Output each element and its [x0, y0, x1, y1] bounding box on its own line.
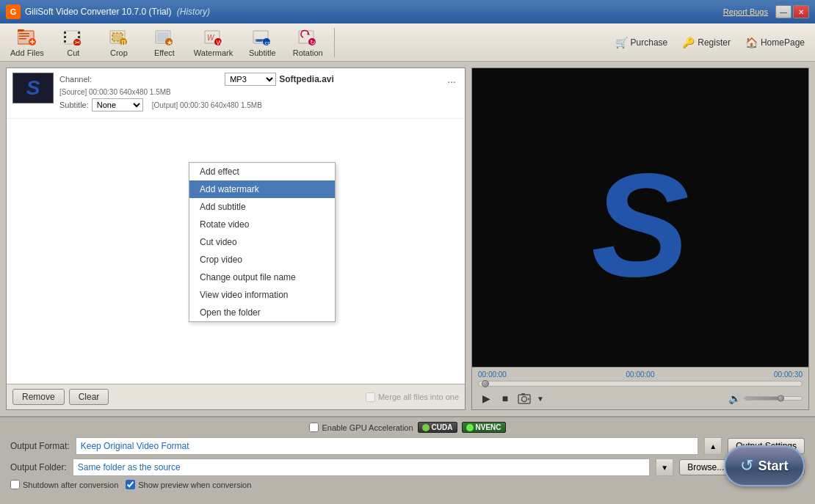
- report-bugs-link[interactable]: Report Bugs: [723, 7, 768, 16]
- app-title-text: GiliSoft Video Converter 10.7.0 (Trial): [25, 7, 171, 17]
- format-dropdown-arrow[interactable]: ▲: [704, 437, 722, 455]
- app-icon: G: [6, 4, 21, 19]
- ctx-add-effect[interactable]: Add effect: [189, 163, 335, 180]
- svg-rect-12: [64, 36, 66, 38]
- gpu-row: Enable GPU Acceleration CUDA NVENC: [10, 422, 805, 433]
- context-menu: Add effect Add watermark Add subtitle Ro…: [189, 162, 336, 322]
- folder-label: Output Folder:: [10, 462, 67, 472]
- ctx-cut-video[interactable]: Cut video: [189, 233, 335, 251]
- snapshot-button[interactable]: [516, 390, 532, 406]
- file-list-panel: Channel: MP3 Softpedia.avi ... [Source] …: [6, 67, 466, 410]
- snapshot-dropdown[interactable]: ▼: [532, 390, 548, 406]
- minimize-button[interactable]: —: [775, 5, 792, 18]
- volume-bar[interactable]: [744, 396, 803, 401]
- svg-text:↻: ↻: [310, 38, 316, 45]
- svg-rect-4: [19, 33, 29, 34]
- window-controls: — ✕: [775, 5, 809, 18]
- folder-input[interactable]: [73, 459, 651, 476]
- shutdown-checkbox[interactable]: [10, 480, 20, 489]
- main-content: Channel: MP3 Softpedia.avi ... [Source] …: [0, 62, 815, 416]
- ctx-view-info[interactable]: View video information: [189, 286, 335, 304]
- subtitle-select[interactable]: None: [92, 98, 143, 112]
- shutdown-option: Shutdown after conversion: [10, 480, 118, 489]
- clear-button[interactable]: Clear: [69, 389, 109, 405]
- remove-button[interactable]: Remove: [12, 389, 65, 405]
- rotation-label: Rotation: [293, 48, 323, 57]
- cuda-badge: CUDA: [418, 422, 457, 433]
- svg-text:[]: []: [121, 39, 126, 45]
- app-history-text: (History): [177, 7, 210, 17]
- merge-check: Merge all files into one: [366, 392, 459, 402]
- merge-checkbox[interactable]: [366, 392, 375, 402]
- progress-thumb[interactable]: [482, 380, 489, 387]
- filename-text: Softpedia.avi: [279, 74, 441, 84]
- time-middle: 00:00:00: [626, 370, 655, 379]
- cut-icon: ✂: [64, 28, 83, 47]
- ctx-rotate-video[interactable]: Rotate video: [189, 216, 335, 233]
- format-label: Output Format:: [10, 441, 70, 451]
- format-input[interactable]: [76, 437, 699, 455]
- ctx-add-subtitle[interactable]: Add subtitle: [189, 198, 335, 216]
- ctx-crop-video[interactable]: Crop video: [189, 251, 335, 269]
- cut-label: Cut: [67, 48, 79, 57]
- nvenc-dot: [466, 424, 474, 431]
- toolbar-separator: [334, 28, 335, 57]
- ctx-open-folder[interactable]: Open the folder: [189, 304, 335, 321]
- crop-label: Crop: [110, 48, 128, 57]
- watermark-icon: W W: [204, 28, 223, 47]
- file-list-area: Channel: MP3 Softpedia.avi ... [Source] …: [7, 68, 465, 384]
- homepage-button[interactable]: 🏠 HomePage: [739, 34, 811, 51]
- file-info-row-subtitle: Subtitle: None [Output] 00:00:30 640x480…: [59, 98, 459, 112]
- preview-label: Show preview when conversion: [138, 481, 251, 489]
- start-icon: ↺: [740, 456, 753, 475]
- crop-button[interactable]: [] Crop: [97, 25, 141, 60]
- nvenc-label: NVENC: [476, 423, 501, 431]
- output-folder-row: Output Folder: ▼ Browse... Open Output: [10, 459, 805, 476]
- svg-rect-3: [18, 29, 23, 32]
- svg-rect-44: [521, 393, 525, 395]
- file-menu-dots[interactable]: ...: [444, 73, 459, 85]
- subtitle-button[interactable]: cc Subtitle: [240, 25, 284, 60]
- svg-marker-45: [528, 398, 529, 401]
- channel-select[interactable]: MP3: [225, 73, 276, 86]
- svg-text:W: W: [216, 38, 222, 45]
- crop-icon: []: [109, 28, 128, 47]
- toolbar-right: 🛒 Purchase 🔑 Register 🏠 HomePage: [609, 34, 811, 51]
- purchase-label: Purchase: [631, 37, 668, 48]
- start-button[interactable]: ↺ Start: [724, 445, 805, 486]
- add-files-button[interactable]: Add Files: [4, 25, 50, 60]
- gpu-checkbox[interactable]: [309, 423, 319, 432]
- purchase-button[interactable]: 🛒 Purchase: [609, 34, 674, 51]
- folder-dropdown-arrow[interactable]: ▼: [656, 459, 673, 476]
- rotation-button[interactable]: ↻ Rotation: [286, 25, 330, 60]
- watermark-label: Watermark: [194, 48, 233, 57]
- output-info-text: [Output] 00:00:30 640x480 1.5MB: [152, 101, 262, 109]
- watermark-button[interactable]: W W Watermark: [188, 25, 239, 60]
- ctx-change-output-name[interactable]: Change output file name: [189, 269, 335, 286]
- ctx-add-watermark[interactable]: Add watermark: [189, 180, 335, 198]
- video-panel: S 00:00:00 00:00:00 00:00:30 ▶ ■: [471, 67, 809, 410]
- register-button[interactable]: 🔑 Register: [676, 34, 736, 51]
- video-controls: 00:00:00 00:00:00 00:00:30 ▶ ■: [472, 367, 808, 409]
- cut-button[interactable]: ✂ Cut: [51, 25, 95, 60]
- gpu-acceleration-check: Enable GPU Acceleration: [309, 423, 413, 432]
- volume-fill: [745, 397, 779, 400]
- close-button[interactable]: ✕: [793, 5, 809, 18]
- preview-checkbox[interactable]: [126, 480, 135, 489]
- register-icon: 🔑: [682, 37, 695, 48]
- file-item: Channel: MP3 Softpedia.avi ... [Source] …: [7, 68, 465, 119]
- home-icon: 🏠: [745, 37, 758, 48]
- svg-text:★: ★: [167, 38, 173, 45]
- register-label: Register: [698, 37, 731, 48]
- volume-thumb[interactable]: [778, 395, 784, 402]
- stop-button[interactable]: ■: [497, 390, 513, 406]
- effect-label: Effect: [154, 48, 175, 57]
- file-info-row-top: Channel: MP3 Softpedia.avi ...: [59, 73, 459, 86]
- file-thumbnail: [12, 73, 54, 103]
- effect-button[interactable]: ★ Effect: [142, 25, 186, 60]
- title-bar: G GiliSoft Video Converter 10.7.0 (Trial…: [0, 0, 815, 23]
- cuda-dot: [422, 424, 430, 431]
- purchase-icon: 🛒: [615, 37, 628, 48]
- progress-bar[interactable]: [478, 381, 803, 387]
- play-button[interactable]: ▶: [478, 390, 494, 406]
